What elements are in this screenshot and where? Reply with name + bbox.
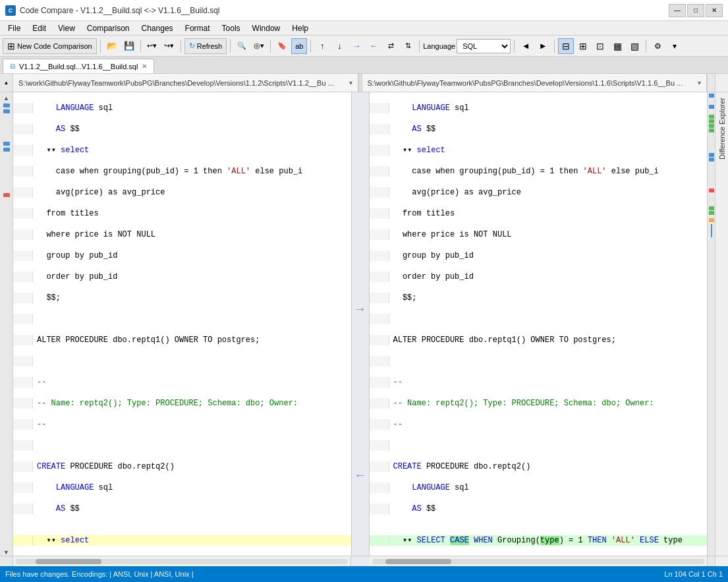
merge-all-button[interactable]: ⇅ — [400, 38, 416, 54]
merge-button[interactable]: ⇄ — [383, 38, 399, 54]
line-number — [13, 440, 33, 451]
line-number — [370, 145, 389, 156]
fold-triangle[interactable]: ▾ — [46, 536, 55, 545]
line-content — [389, 314, 708, 324]
margin-indicator-red[interactable] — [709, 189, 714, 192]
next-nav-button[interactable]: ► — [535, 38, 551, 54]
margin-indicator-green-1[interactable] — [709, 115, 714, 119]
line-number — [370, 335, 389, 345]
language-select[interactable]: SQL C# JavaScript — [457, 39, 511, 53]
open-button[interactable]: 📂 — [104, 38, 120, 54]
left-path-dropdown[interactable]: ▾ — [349, 79, 352, 86]
split-horizontal-button[interactable]: ⊞ — [575, 38, 591, 54]
maximize-button[interactable]: □ — [687, 4, 704, 17]
margin-indicator-blue-4[interactable] — [709, 158, 714, 161]
line-number — [13, 535, 33, 546]
right-scroll-thumb[interactable] — [385, 559, 451, 564]
menu-edit[interactable]: Edit — [27, 22, 51, 34]
next-change-button[interactable]: ← — [366, 38, 381, 54]
line-content: -- Name: reptq2(); Type: PROCEDURE; Sche… — [33, 398, 351, 409]
line-content: ALTER PROCEDURE dbo.reptq1() OWNER TO po… — [389, 335, 708, 345]
margin-indicator-green-6[interactable] — [709, 211, 714, 215]
prev-change-button[interactable]: → — [349, 38, 364, 54]
find-button[interactable]: 🔍 — [234, 38, 250, 54]
margin-indicator-blue-2[interactable] — [709, 105, 714, 109]
diff-marker-2[interactable] — [3, 109, 10, 113]
code-line: ▾ select — [13, 535, 351, 546]
diff-explorer-tab[interactable]: Difference Explorer — [715, 92, 728, 556]
diff-explorer-label[interactable]: Difference Explorer — [718, 98, 726, 160]
refresh-button[interactable]: ↻ Refresh — [184, 38, 227, 54]
diff-button[interactable]: ab — [291, 38, 307, 54]
code-line: AS $$ — [370, 124, 708, 134]
copy-right-button[interactable]: → — [354, 303, 366, 315]
line-number — [13, 398, 33, 409]
line-number — [13, 504, 33, 514]
menu-tools[interactable]: Tools — [217, 22, 246, 34]
margin-indicator-blue-3[interactable] — [709, 153, 714, 157]
split-vertical-button[interactable]: ⊟ — [558, 38, 574, 54]
margin-indicator-green-4[interactable] — [709, 129, 714, 132]
copy-left-button[interactable]: ← — [354, 469, 366, 481]
fold-triangle[interactable]: ▾ — [403, 146, 412, 155]
layout3-button[interactable]: ⊡ — [592, 38, 608, 54]
bookmark-button[interactable]: 🔖 — [274, 38, 290, 54]
code-line: avg(price) as avg_price — [370, 187, 708, 198]
menu-format[interactable]: Format — [180, 22, 215, 34]
menu-file[interactable]: File — [3, 22, 26, 34]
diff-marker-1[interactable] — [3, 103, 10, 107]
margin-indicator-green-3[interactable] — [709, 124, 714, 128]
menu-window[interactable]: Window — [247, 22, 286, 34]
new-comparison-icon: ⊞ — [7, 41, 15, 51]
line-number — [13, 187, 33, 198]
tab-close-button[interactable]: ✕ — [142, 63, 147, 70]
more-button[interactable]: ▾ — [667, 38, 683, 54]
line-content: ▾ select — [33, 145, 351, 156]
settings-button[interactable]: ⚙ — [650, 38, 665, 54]
margin-indicator-green-2[interactable] — [709, 119, 714, 123]
left-file-path: S:\work\Github\FlywayTeamwork\PubsPG\Bra… — [18, 79, 347, 87]
line-content: from titles — [33, 208, 351, 219]
scroll-up-left[interactable]: ▲ — [4, 80, 9, 86]
margin-indicator-orange[interactable] — [709, 218, 714, 222]
next-diff-button[interactable]: ↓ — [331, 38, 347, 54]
diff-marker-4[interactable] — [3, 148, 10, 152]
left-code-panel[interactable]: LANGUAGE sql AS $$ ▾ select case when gr… — [13, 92, 351, 556]
nav-button[interactable]: ◎▾ — [251, 38, 267, 54]
nav-up-arrow[interactable]: ▲ — [3, 95, 9, 102]
right-code-panel[interactable]: LANGUAGE sql AS $$ ▾ select case when gr… — [370, 92, 708, 556]
margin-indicator-green-5[interactable] — [709, 206, 714, 210]
prev-nav-button[interactable]: ◄ — [518, 38, 534, 54]
menu-help[interactable]: Help — [287, 22, 314, 34]
left-h-scrollbar[interactable] — [13, 556, 351, 566]
layout4-button[interactable]: ▦ — [609, 38, 625, 54]
layout5-button[interactable]: ▧ — [627, 38, 642, 54]
comparison-tab[interactable]: ⊟ V1.1.2__Build.sql...V1.1.6__Build.sql … — [3, 59, 154, 73]
diff-marker-3[interactable] — [3, 142, 10, 146]
line-number — [13, 124, 33, 134]
margin-indicator-blue-1[interactable] — [709, 94, 714, 98]
right-path-dropdown[interactable]: ▾ — [698, 79, 701, 86]
minimize-button[interactable]: — — [669, 4, 686, 17]
menu-comparison[interactable]: Comparison — [82, 22, 135, 34]
line-content: AS $$ — [33, 124, 351, 134]
save-button[interactable]: 💾 — [121, 38, 137, 54]
redo-button[interactable]: ↪▾ — [161, 38, 177, 54]
diff-marker-deleted[interactable] — [3, 193, 10, 197]
menu-view[interactable]: View — [53, 22, 80, 34]
toolbar-separator-4 — [230, 40, 231, 53]
line-number — [13, 250, 33, 261]
tab-bar: ⊟ V1.1.2__Build.sql...V1.1.6__Build.sql … — [0, 57, 728, 74]
new-comparison-button[interactable]: ⊞ New Code Comparison — [3, 38, 97, 54]
code-line — [370, 314, 708, 324]
window-controls: — □ ✕ — [669, 4, 723, 17]
menu-changes[interactable]: Changes — [136, 22, 179, 34]
fold-triangle[interactable]: ▾ — [403, 536, 412, 545]
left-scroll-thumb[interactable] — [36, 559, 101, 564]
nav-down-arrow[interactable]: ▼ — [3, 549, 9, 556]
close-button[interactable]: ✕ — [706, 4, 723, 17]
fold-triangle[interactable]: ▾ — [46, 146, 55, 155]
undo-button[interactable]: ↩▾ — [144, 38, 160, 54]
prev-diff-button[interactable]: ↑ — [314, 38, 330, 54]
right-h-scrollbar[interactable] — [370, 556, 707, 566]
